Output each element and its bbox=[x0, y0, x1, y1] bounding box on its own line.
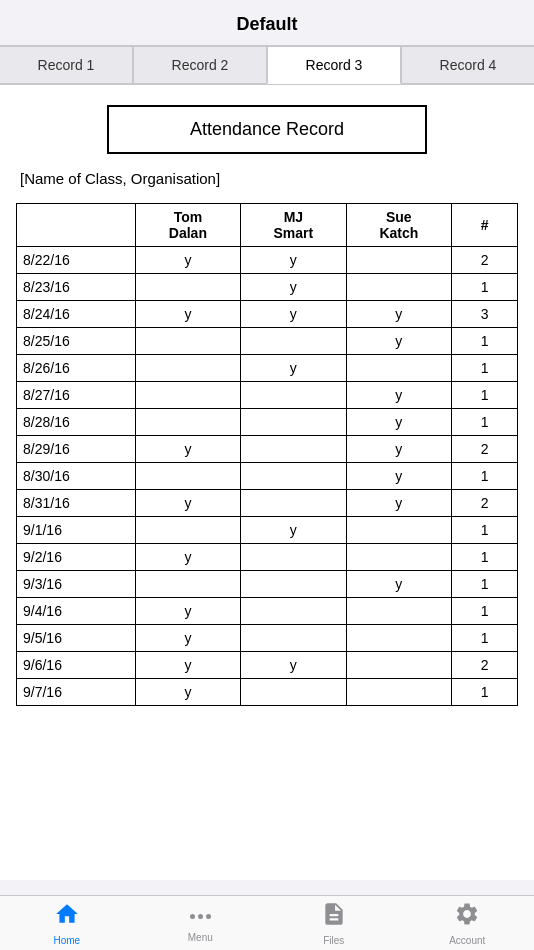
app-header: Default bbox=[0, 0, 534, 46]
table-row: 8/28/16y1 bbox=[17, 409, 518, 436]
cell-date: 9/5/16 bbox=[17, 625, 136, 652]
cell-mj: y bbox=[241, 247, 346, 274]
cell-date: 9/2/16 bbox=[17, 544, 136, 571]
cell-sue bbox=[346, 598, 451, 625]
cell-tom: y bbox=[135, 490, 240, 517]
cell-sue: y bbox=[346, 463, 451, 490]
cell-tom: y bbox=[135, 436, 240, 463]
nav-menu[interactable]: Menu bbox=[134, 896, 268, 950]
table-row: 9/3/16y1 bbox=[17, 571, 518, 598]
cell-tom bbox=[135, 463, 240, 490]
cell-count: 1 bbox=[452, 328, 518, 355]
cell-sue bbox=[346, 679, 451, 706]
cell-sue: y bbox=[346, 382, 451, 409]
cell-date: 8/25/16 bbox=[17, 328, 136, 355]
cell-tom: y bbox=[135, 625, 240, 652]
cell-tom: y bbox=[135, 679, 240, 706]
page-title: Default bbox=[236, 14, 297, 34]
table-row: 9/6/16yy2 bbox=[17, 652, 518, 679]
home-icon bbox=[54, 901, 80, 933]
col-header-count: # bbox=[452, 204, 518, 247]
cell-mj: y bbox=[241, 355, 346, 382]
table-row: 8/26/16y1 bbox=[17, 355, 518, 382]
cell-count: 1 bbox=[452, 517, 518, 544]
col-header-tom: TomDalan bbox=[135, 204, 240, 247]
tab-record3[interactable]: Record 3 bbox=[267, 46, 401, 84]
cell-count: 2 bbox=[452, 436, 518, 463]
nav-home-label: Home bbox=[53, 935, 80, 946]
cell-count: 1 bbox=[452, 544, 518, 571]
cell-tom bbox=[135, 355, 240, 382]
cell-mj: y bbox=[241, 274, 346, 301]
col-header-sue: SueKatch bbox=[346, 204, 451, 247]
tab-record4[interactable]: Record 4 bbox=[401, 46, 534, 84]
cell-count: 1 bbox=[452, 463, 518, 490]
tab-record1[interactable]: Record 1 bbox=[0, 46, 133, 84]
cell-mj bbox=[241, 409, 346, 436]
cell-mj bbox=[241, 625, 346, 652]
cell-mj bbox=[241, 598, 346, 625]
cell-date: 8/30/16 bbox=[17, 463, 136, 490]
cell-sue bbox=[346, 517, 451, 544]
cell-mj: y bbox=[241, 301, 346, 328]
cell-mj bbox=[241, 571, 346, 598]
nav-home[interactable]: Home bbox=[0, 896, 134, 950]
cell-date: 9/7/16 bbox=[17, 679, 136, 706]
cell-count: 1 bbox=[452, 679, 518, 706]
table-row: 9/1/16y1 bbox=[17, 517, 518, 544]
cell-count: 2 bbox=[452, 652, 518, 679]
table-row: 9/5/16y1 bbox=[17, 625, 518, 652]
table-row: 8/29/16yy2 bbox=[17, 436, 518, 463]
table-row: 8/24/16yyy3 bbox=[17, 301, 518, 328]
cell-count: 1 bbox=[452, 274, 518, 301]
cell-mj bbox=[241, 679, 346, 706]
cell-mj: y bbox=[241, 517, 346, 544]
cell-tom bbox=[135, 517, 240, 544]
cell-tom: y bbox=[135, 544, 240, 571]
cell-sue bbox=[346, 625, 451, 652]
menu-dots-icon bbox=[190, 904, 211, 930]
nav-files-label: Files bbox=[323, 935, 344, 946]
table-row: 8/23/16y1 bbox=[17, 274, 518, 301]
cell-sue: y bbox=[346, 490, 451, 517]
cell-sue bbox=[346, 652, 451, 679]
nav-account[interactable]: Account bbox=[401, 896, 535, 950]
main-content: Attendance Record [Name of Class, Organi… bbox=[0, 85, 534, 880]
table-row: 9/4/16y1 bbox=[17, 598, 518, 625]
nav-menu-label: Menu bbox=[188, 932, 213, 943]
table-row: 8/31/16yy2 bbox=[17, 490, 518, 517]
cell-mj bbox=[241, 463, 346, 490]
cell-date: 8/23/16 bbox=[17, 274, 136, 301]
attendance-table: TomDalan MJSmart SueKatch # 8/22/16yy28/… bbox=[16, 203, 518, 706]
cell-sue: y bbox=[346, 409, 451, 436]
cell-mj bbox=[241, 436, 346, 463]
table-row: 9/2/16y1 bbox=[17, 544, 518, 571]
cell-sue bbox=[346, 355, 451, 382]
gear-icon bbox=[454, 901, 480, 933]
nav-account-label: Account bbox=[449, 935, 485, 946]
cell-date: 9/6/16 bbox=[17, 652, 136, 679]
table-row: 9/7/16y1 bbox=[17, 679, 518, 706]
cell-count: 2 bbox=[452, 490, 518, 517]
cell-sue: y bbox=[346, 571, 451, 598]
cell-mj bbox=[241, 544, 346, 571]
cell-date: 9/4/16 bbox=[17, 598, 136, 625]
cell-date: 9/1/16 bbox=[17, 517, 136, 544]
tab-record2[interactable]: Record 2 bbox=[133, 46, 267, 84]
cell-count: 1 bbox=[452, 625, 518, 652]
table-row: 8/30/16y1 bbox=[17, 463, 518, 490]
cell-sue: y bbox=[346, 436, 451, 463]
cell-mj: y bbox=[241, 652, 346, 679]
cell-tom bbox=[135, 274, 240, 301]
cell-tom: y bbox=[135, 247, 240, 274]
table-row: 8/22/16yy2 bbox=[17, 247, 518, 274]
cell-date: 8/26/16 bbox=[17, 355, 136, 382]
cell-date: 8/29/16 bbox=[17, 436, 136, 463]
class-label: [Name of Class, Organisation] bbox=[16, 170, 518, 187]
cell-tom: y bbox=[135, 301, 240, 328]
cell-sue bbox=[346, 544, 451, 571]
cell-date: 8/27/16 bbox=[17, 382, 136, 409]
nav-files[interactable]: Files bbox=[267, 896, 401, 950]
cell-sue bbox=[346, 247, 451, 274]
cell-mj bbox=[241, 382, 346, 409]
